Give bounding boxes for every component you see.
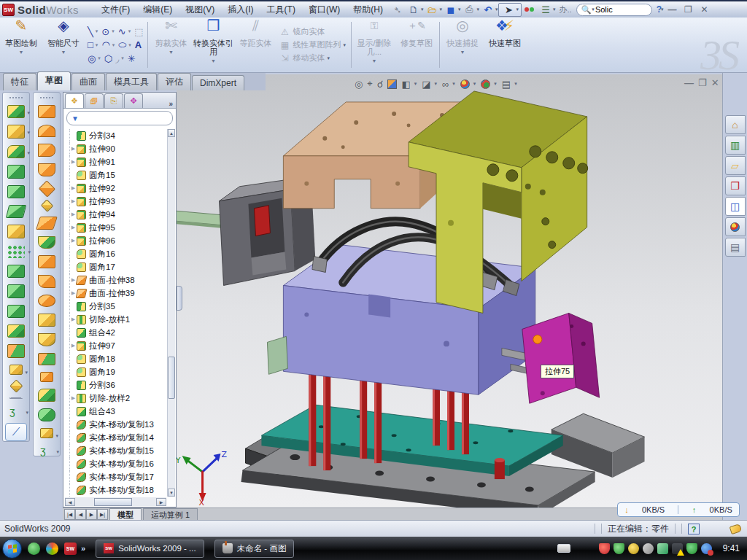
view-orientation-dropdown[interactable]: ▾ [414, 81, 417, 87]
tree-item[interactable]: 实体-移动/复制16 [69, 457, 166, 470]
tree-item[interactable]: ▶拉伸92 [69, 182, 166, 195]
appearance-dropdown[interactable]: ▾ [473, 81, 476, 87]
file-explorer-tab[interactable]: ▱ [725, 156, 746, 175]
custom-properties-tab[interactable]: ▤ [725, 238, 746, 257]
tree-item[interactable]: 圆角18 [69, 352, 166, 365]
rib-icon[interactable] [7, 284, 25, 298]
lofted-surface-icon[interactable] [38, 144, 55, 157]
reference-geometry2-icon[interactable]: ▾ [40, 428, 53, 438]
scroll-up-button[interactable]: ▲ [168, 129, 175, 137]
select-tool[interactable]: ➤▾ [498, 3, 522, 17]
fillet-icon[interactable]: ▾ [7, 145, 25, 158]
tree-item[interactable]: ▶拉伸93 [69, 195, 166, 208]
view-palette-tab[interactable]: ◫ [725, 197, 746, 216]
extrude-cut-icon[interactable]: ▾ [7, 125, 25, 138]
shell-icon[interactable] [7, 305, 25, 318]
tree-item[interactable]: 圆角19 [69, 365, 166, 378]
zoom-area-icon[interactable]: ⌖ [367, 78, 372, 90]
tray-icon-network-warning[interactable] [672, 543, 683, 554]
tree-vertical-scrollbar[interactable]: ▲ ▼ [167, 129, 175, 497]
planar-surface-icon[interactable] [36, 217, 58, 230]
axis-icon[interactable] [9, 397, 23, 399]
surface-fillet-icon[interactable] [38, 389, 55, 402]
search-input[interactable] [595, 5, 638, 14]
taskbar-button-paint[interactable]: 未命名 - 画图 [214, 540, 295, 558]
boundary-surface-icon[interactable] [38, 163, 55, 176]
rebuild-traffic-light-icon[interactable] [522, 3, 537, 16]
sketch-button[interactable]: ✎ 草图绘制▼ [0, 18, 42, 72]
tree-item[interactable]: ▶曲面-拉伸38 [69, 273, 166, 287]
undo-dropdown[interactable]: ▾ [495, 7, 498, 12]
trim-surface-icon[interactable] [38, 353, 55, 366]
quicklaunch-solidworks-icon[interactable]: SW [64, 542, 77, 555]
offset-surface-icon[interactable] [38, 236, 55, 249]
line-tool-icon[interactable]: ╲ [88, 26, 93, 37]
circle-tool-icon[interactable]: ⊙ [101, 26, 109, 37]
quicklaunch-icon-2[interactable] [46, 542, 58, 555]
reference-geometry-icon[interactable]: ▾ [9, 365, 23, 376]
extend-surface-icon[interactable] [38, 275, 55, 288]
smart-dimension-dropdown[interactable]: ▼ [61, 48, 66, 57]
new-dropdown[interactable]: ▾ [421, 7, 424, 12]
tree-item[interactable]: 实体-移动/复制14 [69, 431, 166, 444]
tab-features[interactable]: 特征 [3, 73, 36, 90]
taskbar-button-solidworks[interactable]: SW SolidWorks 2009 - ... [96, 540, 204, 558]
tree-item[interactable]: ▶拉伸96 [69, 234, 166, 247]
tree-item[interactable]: ▶拉伸97 [69, 339, 166, 352]
toolbar-grip[interactable] [40, 97, 53, 98]
help-dropdown[interactable]: ▾ [661, 7, 664, 12]
scroll-thumb[interactable] [168, 357, 175, 399]
tab-evaluate[interactable]: 评估 [158, 73, 191, 90]
convert-entities-button[interactable]: ❒ 转换实体引用▼ [192, 18, 234, 72]
tree-item[interactable]: 实体-移动/复制15 [69, 444, 166, 457]
new-document-icon[interactable]: 🗋 [406, 3, 421, 16]
convert-dropdown[interactable]: ▼ [211, 57, 216, 66]
tab-surfaces[interactable]: 曲面 [71, 73, 105, 90]
tab-dimxpert[interactable]: DimXpert [192, 75, 244, 90]
save-icon[interactable]: ◼ [444, 3, 458, 16]
lofted-boss-icon[interactable] [7, 185, 25, 198]
tree-item[interactable]: ▶拉伸95 [69, 221, 166, 234]
last-tab-button[interactable]: ▶| [97, 509, 108, 520]
model-tab[interactable]: 模型 [109, 508, 142, 520]
selection-box-icon[interactable]: ⬚ [134, 26, 143, 37]
hide-show-dropdown[interactable]: ▾ [452, 81, 455, 87]
tree-item[interactable]: 实体-移动/复制13 [69, 418, 166, 431]
filled-surface-icon[interactable] [38, 180, 55, 197]
tree-item[interactable]: 组合42 [69, 326, 166, 339]
minimize-button[interactable]: — [664, 4, 680, 15]
sketch-fillet-icon[interactable]: ◞ [115, 53, 119, 64]
mirror-feature-icon[interactable] [7, 265, 25, 278]
dimxpert-manager-tab[interactable]: ✥ [124, 93, 143, 108]
hscroll-thumb[interactable] [94, 498, 132, 506]
tree-item[interactable]: ▶切除-放样1 [69, 313, 166, 326]
undo-icon[interactable]: ↶ [481, 3, 495, 16]
tree-item[interactable]: 实体-移动/复制17 [69, 470, 166, 483]
delete-face-icon[interactable] [38, 295, 55, 308]
knit-surface-icon[interactable] [38, 333, 55, 346]
panel-overflow-chevron[interactable]: » [169, 100, 173, 108]
swept-surface-icon[interactable] [38, 105, 55, 118]
untrim-surface-icon[interactable] [40, 372, 53, 382]
tree-item[interactable]: 分割35 [69, 300, 166, 313]
options-dropdown[interactable]: ▾ [553, 7, 556, 12]
rectangle-tool-icon[interactable]: □ [88, 39, 93, 50]
menu-insert[interactable]: 插入(I) [221, 1, 260, 18]
overflow-button[interactable]: 办.. [560, 4, 572, 15]
section-view-icon[interactable] [387, 79, 397, 89]
tree-item[interactable]: 组合43 [69, 405, 166, 418]
doc-restore-button[interactable]: ❐ [698, 77, 707, 88]
toolbox-tab[interactable]: ❒ [725, 176, 746, 195]
start-button[interactable] [2, 539, 22, 559]
tray-icon-antivirus[interactable] [614, 543, 624, 554]
toolbar-grip[interactable] [9, 97, 23, 98]
tab-mold-tools[interactable]: 模具工具 [106, 73, 157, 90]
view-settings-dropdown[interactable]: ▾ [514, 81, 517, 87]
point-tool-icon[interactable]: ✳ [128, 53, 136, 64]
save-dropdown[interactable]: ▾ [458, 7, 461, 12]
tree-filter-box[interactable]: ▼ [66, 111, 173, 125]
model-short-pin[interactable] [495, 458, 505, 479]
curve-icon[interactable]: ʒ▾ [9, 405, 23, 416]
apply-scene-icon[interactable] [481, 79, 490, 89]
tray-icon-shield-plus[interactable] [686, 543, 697, 554]
